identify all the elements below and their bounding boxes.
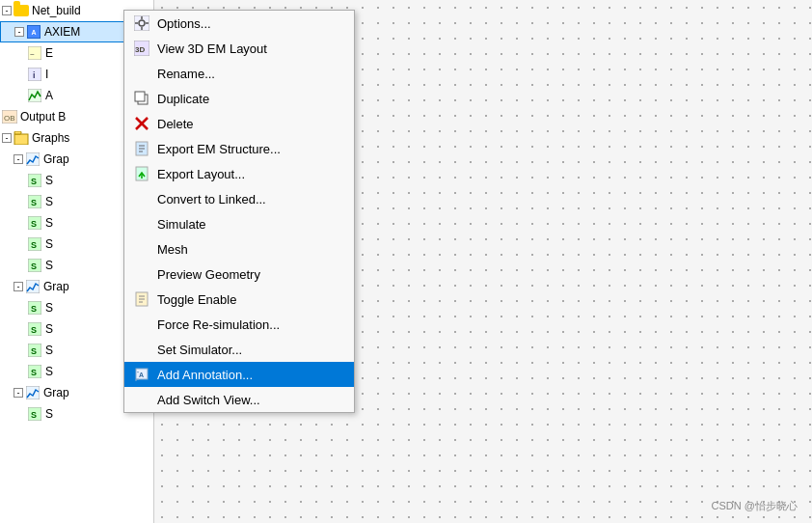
graphs-folder-icon [14, 130, 29, 146]
menu-item-options[interactable]: Options... [124, 11, 354, 36]
tree-label: S [45, 365, 53, 378]
graph-icon-3 [25, 385, 41, 400]
tree-label: A [45, 89, 53, 102]
tree-label: E [45, 46, 53, 60]
svg-rect-8 [14, 131, 21, 134]
sim-icon: ~ [27, 45, 42, 61]
simulate-label: Simulate [157, 217, 346, 232]
menu-item-simulate[interactable]: Simulate [124, 211, 354, 236]
add-annotation-icon: A " [132, 365, 151, 384]
menu-item-duplicate[interactable]: Duplicate [124, 86, 354, 111]
svg-rect-7 [14, 134, 28, 145]
s-icon-2: S [27, 194, 42, 209]
menu-item-rename[interactable]: Rename... [124, 61, 354, 86]
delete-label: Delete [157, 117, 346, 131]
tree-label: S [45, 301, 53, 315]
folder-icon [14, 3, 29, 18]
s-icon-7: S [27, 321, 42, 337]
svg-text:S: S [31, 368, 37, 377]
set-simulator-label: Set Simulator... [157, 343, 346, 357]
svg-text:S: S [31, 262, 37, 271]
mesh-label: Mesh [157, 242, 346, 257]
svg-text:OB: OB [4, 114, 15, 123]
menu-item-view-3d[interactable]: 3D View 3D EM Layout [124, 36, 354, 61]
expand-axiem[interactable]: - [14, 27, 24, 37]
view-3d-icon: 3D [132, 39, 151, 58]
menu-item-set-simulator[interactable]: Set Simulator... [124, 337, 354, 362]
preview-geometry-spacer [132, 264, 151, 284]
svg-text:A: A [139, 372, 144, 378]
chart-icon [27, 88, 42, 103]
s-icon-9: S [27, 364, 42, 379]
mesh-icon-spacer [132, 239, 151, 259]
context-menu: Options... 3D View 3D EM Layout Rename..… [123, 10, 355, 413]
rename-icon [132, 64, 151, 83]
watermark: CSDN @怡步晓心 [712, 499, 798, 513]
svg-text:S: S [31, 240, 37, 250]
tree-label: S [45, 322, 53, 336]
svg-text:S: S [31, 346, 37, 356]
menu-item-mesh[interactable]: Mesh [124, 236, 354, 262]
expand-graph2[interactable]: - [14, 282, 23, 291]
svg-text:~: ~ [30, 50, 35, 59]
s-icon-10: S [27, 406, 42, 422]
menu-item-add-annotation[interactable]: A " Add Annotation... [124, 362, 354, 387]
tree-label: S [45, 237, 53, 251]
watermark-text: CSDN @怡步晓心 [712, 500, 798, 511]
menu-item-export-layout[interactable]: Export Layout... [124, 161, 354, 186]
tree-label: S [45, 216, 53, 230]
expand-graph3[interactable]: - [14, 388, 23, 398]
axiem-icon: A [26, 24, 41, 40]
export-layout-label: Export Layout... [157, 167, 346, 181]
svg-text:3D: 3D [135, 45, 145, 54]
toggle-enable-icon [132, 289, 151, 309]
export-em-label: Export EM Structure... [157, 142, 346, 156]
convert-icon [132, 189, 151, 208]
expand-graph1[interactable]: - [14, 154, 23, 164]
svg-text:": " [137, 371, 139, 376]
tree-label-axiem: AXIEM [44, 25, 80, 39]
preview-geometry-label: Preview Geometry [157, 267, 346, 282]
menu-item-add-switch-view[interactable]: Add Switch View... [124, 387, 354, 412]
svg-text:S: S [31, 198, 37, 207]
force-re-sim-label: Force Re-simulation... [157, 317, 346, 332]
menu-item-delete[interactable]: Delete [124, 111, 354, 136]
set-simulator-spacer [132, 340, 151, 359]
expand-net-build[interactable]: - [2, 6, 12, 15]
menu-item-force-re-sim[interactable]: Force Re-simulation... [124, 312, 354, 337]
svg-text:S: S [31, 304, 37, 314]
tree-label: S [45, 344, 53, 357]
tree-label-graphs: Graphs [32, 131, 69, 145]
s-icon-1: S [27, 173, 42, 188]
menu-item-toggle-enable[interactable]: Toggle Enable [124, 287, 354, 312]
duplicate-label: Duplicate [157, 92, 346, 106]
tree-label-graph1: Grap [43, 152, 69, 166]
menu-item-convert[interactable]: Convert to Linked... [124, 186, 354, 211]
graph-icon [25, 151, 41, 167]
tree-label-graph3: Grap [43, 386, 69, 399]
toggle-enable-label: Toggle Enable [157, 292, 346, 307]
menu-item-export-em[interactable]: Export EM Structure... [124, 136, 354, 161]
svg-text:S: S [31, 177, 37, 186]
expand-graphs[interactable]: - [2, 133, 12, 143]
svg-rect-41 [135, 92, 145, 101]
s-icon-8: S [27, 343, 42, 358]
svg-text:S: S [31, 410, 37, 420]
tree-label: Net_build [32, 4, 81, 17]
export-layout-icon [132, 164, 151, 183]
s-icon-3: S [27, 215, 42, 231]
svg-rect-29 [26, 386, 40, 399]
add-switch-view-label: Add Switch View... [157, 393, 346, 407]
convert-label: Convert to Linked... [157, 192, 346, 206]
s-icon-5: S [27, 258, 42, 273]
s-icon-4: S [27, 236, 42, 252]
tree-label: S [45, 259, 53, 272]
export-em-icon [132, 139, 151, 158]
tree-label: S [45, 174, 53, 187]
info-icon: i [27, 67, 42, 82]
menu-item-preview-geometry[interactable]: Preview Geometry [124, 262, 354, 287]
simulate-icon-spacer [132, 214, 151, 234]
tree-label-graph2: Grap [43, 280, 69, 293]
tree-label: S [45, 407, 53, 421]
svg-text:S: S [31, 325, 37, 335]
